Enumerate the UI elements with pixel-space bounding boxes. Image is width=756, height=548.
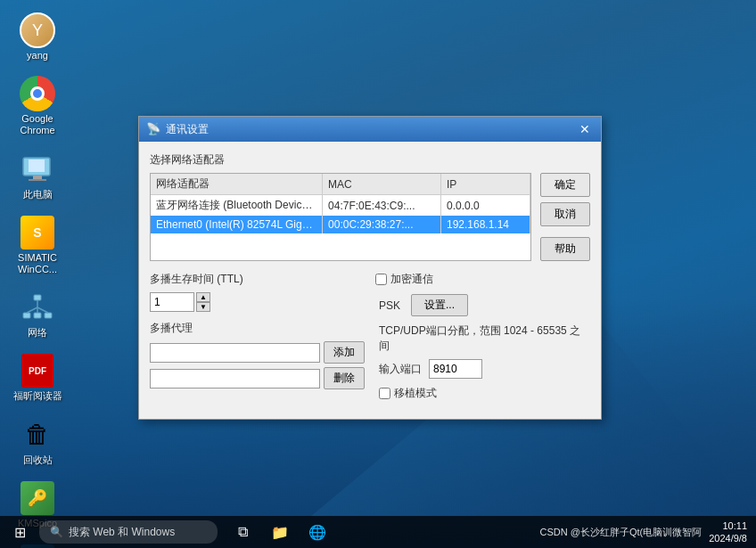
network-icon bbox=[20, 290, 55, 325]
taskbar-edge[interactable]: 🌐 bbox=[300, 516, 335, 548]
svg-rect-1 bbox=[29, 159, 45, 172]
adapter-mac-cell-selected: 00:0C:29:38:27:... bbox=[323, 216, 441, 233]
proxy-section: 多播代理 添加 删除 bbox=[150, 321, 365, 389]
port-input[interactable] bbox=[429, 359, 482, 379]
dialog-right-section: 加密通信 PSK 设置... TCP/UDP端口分配，范围 1024 - 655… bbox=[375, 272, 590, 408]
desktop-icon-yang[interactable]: Y yang bbox=[9, 9, 66, 65]
psk-button[interactable]: 设置... bbox=[411, 294, 468, 316]
encrypt-checkbox-label[interactable]: 加密通信 bbox=[375, 272, 590, 287]
taskbar-file-explorer[interactable]: 📁 bbox=[262, 516, 298, 548]
svg-rect-6 bbox=[34, 313, 41, 318]
ttl-increment-button[interactable]: ▲ bbox=[196, 292, 210, 302]
desktop-icon-pdf[interactable]: PDF 福昕阅读器 bbox=[9, 349, 66, 405]
dialog-comms-settings: 📡 通讯设置 ✕ 选择网络适配器 网络适配器 MAC IP bbox=[138, 116, 602, 420]
taskbar-pinned-icons: ⧉ 📁 🌐 bbox=[225, 516, 335, 548]
adapter-col-header-mac: MAC bbox=[323, 174, 441, 195]
dialog-bottom-section: 多播生存时间 (TTL) ▲ ▼ 多播代理 bbox=[150, 272, 590, 408]
start-button[interactable]: ⊞ bbox=[0, 516, 39, 548]
desktop-icon-network-label: 网络 bbox=[28, 327, 47, 339]
taskbar-right: CSDN @长沙红胖子Qt(电脑训微智阿 10:11 2024/9/8 bbox=[531, 519, 757, 545]
desktop: Y yang Google Chrome bbox=[0, 0, 756, 548]
proxy-label: 多播代理 bbox=[150, 321, 365, 336]
desktop-icon-chrome[interactable]: Google Chrome bbox=[9, 72, 66, 140]
port-row: 输入端口 bbox=[375, 359, 590, 379]
desktop-icon-simatic-label: SIMATIC WinCC... bbox=[18, 252, 57, 275]
taskbar-time: 10:11 bbox=[709, 519, 747, 532]
svg-rect-3 bbox=[29, 179, 46, 181]
svg-rect-5 bbox=[23, 313, 30, 318]
taskbar-csdn-text: CSDN @长沙红胖子Qt(电脑训微智阿 bbox=[540, 526, 703, 539]
svg-line-11 bbox=[37, 307, 48, 313]
svg-line-9 bbox=[27, 307, 37, 313]
desktop-icon-pc-label: 此电脑 bbox=[23, 189, 53, 200]
dialog-titlebar: 📡 通讯设置 ✕ bbox=[139, 117, 601, 142]
table-row[interactable]: 蓝牙网络连接 (Bluetooth Device (Per... 04:7F:0… bbox=[151, 195, 530, 217]
svg-rect-7 bbox=[45, 313, 52, 318]
proxy-input-1[interactable] bbox=[150, 343, 320, 363]
migrate-checkbox-label[interactable]: 移植模式 bbox=[379, 386, 437, 401]
adapter-section-label: 选择网络适配器 bbox=[150, 152, 590, 168]
desktop-icon-chrome-label: Google Chrome bbox=[20, 113, 54, 136]
adapter-col-header-ip: IP bbox=[440, 174, 530, 195]
encrypt-section: 加密通信 PSK 设置... TCP/UDP端口分配，范围 1024 - 655… bbox=[375, 272, 590, 408]
recycle-icon: 🗑 bbox=[20, 417, 55, 453]
adapter-ip-cell-selected: 192.168.1.14 bbox=[440, 216, 530, 233]
desktop-icon-yang-label: yang bbox=[27, 50, 48, 61]
dialog-body: 选择网络适配器 网络适配器 MAC IP 蓝牙网 bbox=[139, 142, 601, 419]
ttl-section: 多播生存时间 (TTL) ▲ ▼ bbox=[150, 272, 365, 312]
desktop-icon-pdf-label: 福昕阅读器 bbox=[13, 390, 62, 402]
adapter-table-container: 网络适配器 MAC IP 蓝牙网络连接 (Bluetooth Device (P… bbox=[150, 173, 531, 261]
chrome-icon bbox=[20, 76, 55, 111]
taskbar-task-view[interactable]: ⧉ bbox=[225, 516, 260, 548]
encrypt-label-text: 加密通信 bbox=[390, 272, 433, 287]
adapter-section: 网络适配器 MAC IP 蓝牙网络连接 (Bluetooth Device (P… bbox=[150, 173, 590, 261]
encrypt-checkbox[interactable] bbox=[375, 274, 387, 285]
svg-rect-4 bbox=[34, 295, 41, 300]
ttl-label: 多播生存时间 (TTL) bbox=[150, 272, 365, 287]
desktop-icon-recycle-label: 回收站 bbox=[23, 454, 53, 466]
proxy-input-row-2: 删除 bbox=[150, 367, 365, 389]
proxy-add-button[interactable]: 添加 bbox=[324, 341, 365, 364]
table-empty-area bbox=[151, 233, 530, 260]
pc-icon bbox=[20, 151, 55, 187]
ttl-input[interactable] bbox=[150, 292, 194, 312]
port-label: 输入端口 bbox=[379, 362, 423, 377]
search-text: 搜索 Web 和 Windows bbox=[69, 525, 175, 540]
adapter-col-header-name: 网络适配器 bbox=[151, 174, 323, 195]
proxy-remove-button[interactable]: 删除 bbox=[324, 367, 365, 389]
adapter-name-cell: 蓝牙网络连接 (Bluetooth Device (Per... bbox=[151, 195, 323, 217]
dialog-action-buttons: 确定 取消 帮助 bbox=[540, 173, 590, 261]
desktop-icons: Y yang Google Chrome bbox=[9, 9, 66, 548]
ttl-input-group: ▲ ▼ bbox=[150, 292, 365, 312]
migrate-label-text: 移植模式 bbox=[394, 386, 437, 401]
ok-button[interactable]: 确定 bbox=[540, 173, 590, 197]
kmspico-icon: 🔑 bbox=[20, 480, 55, 516]
migrate-checkbox[interactable] bbox=[379, 388, 390, 399]
table-row-selected[interactable]: Ethernet0 (Intel(R) 82574L Gigabit N... … bbox=[151, 216, 530, 233]
svg-rect-2 bbox=[33, 176, 42, 179]
taskbar-date: 2024/9/8 bbox=[709, 532, 747, 544]
port-range-text: TCP/UDP端口分配，范围 1024 - 65535 之间 bbox=[375, 323, 590, 354]
dialog-title-icon: 📡 bbox=[146, 122, 160, 136]
help-button[interactable]: 帮助 bbox=[540, 237, 590, 261]
dialog-close-button[interactable]: ✕ bbox=[576, 120, 594, 138]
ttl-decrement-button[interactable]: ▼ bbox=[196, 302, 210, 312]
dialog-left-section: 多播生存时间 (TTL) ▲ ▼ 多播代理 bbox=[150, 272, 365, 408]
taskbar-search[interactable]: 🔍 搜索 Web 和 Windows bbox=[39, 520, 218, 544]
adapter-table: 网络适配器 MAC IP 蓝牙网络连接 (Bluetooth Device (P… bbox=[151, 174, 530, 233]
dialog-title-text: 通讯设置 bbox=[166, 122, 576, 137]
ttl-spinner: ▲ ▼ bbox=[196, 292, 210, 312]
user-avatar-icon: Y bbox=[20, 12, 55, 48]
cancel-button[interactable]: 取消 bbox=[540, 202, 590, 226]
taskbar: ⊞ 🔍 搜索 Web 和 Windows ⧉ 📁 🌐 CSDN @长沙红胖子Qt… bbox=[0, 516, 756, 548]
desktop-icon-pc[interactable]: 此电脑 bbox=[9, 148, 66, 204]
search-icon: 🔍 bbox=[50, 526, 63, 538]
pdf-icon: PDF bbox=[20, 353, 55, 389]
adapter-mac-cell: 04:7F:0E:43:C9:... bbox=[323, 195, 441, 217]
psk-label: PSK bbox=[379, 299, 406, 312]
desktop-icon-network[interactable]: 网络 bbox=[9, 286, 66, 342]
desktop-icon-recycle[interactable]: 🗑 回收站 bbox=[9, 413, 66, 470]
desktop-icon-simatic[interactable]: S SIMATIC WinCC... bbox=[9, 211, 66, 279]
adapter-ip-cell: 0.0.0.0 bbox=[440, 195, 530, 217]
proxy-input-2[interactable] bbox=[150, 369, 320, 389]
